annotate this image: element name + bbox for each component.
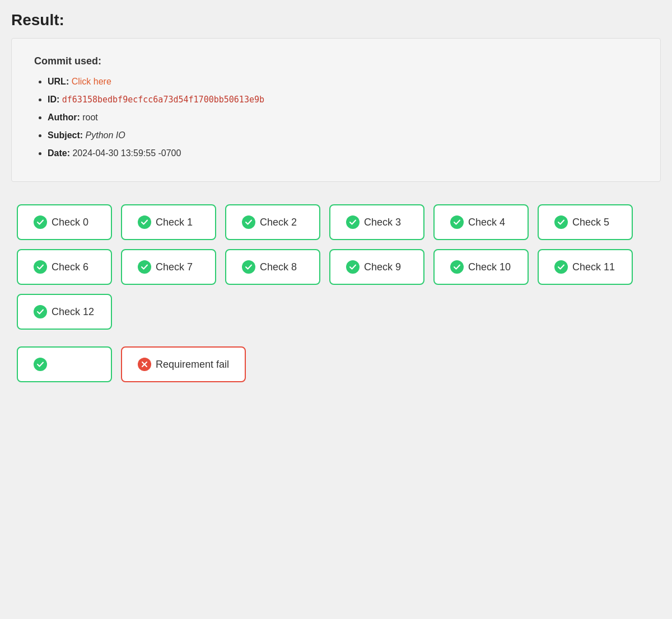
check-icon-2 — [242, 215, 255, 229]
check-btn-3[interactable]: Check 3 — [329, 204, 424, 240]
check-label-0: Check 0 — [52, 217, 88, 228]
page-title: Result: — [11, 11, 661, 29]
check-icon-10 — [450, 260, 464, 274]
commit-id-value: df63158bedbf9ecfcc6a73d54f1700bb50613e9b — [62, 95, 264, 105]
commit-author-item: Author: root — [48, 111, 638, 124]
check-icon-9 — [346, 260, 360, 274]
check-icon-1 — [138, 215, 151, 229]
id-label: ID: — [48, 95, 59, 104]
check-btn-2[interactable]: Check 2 — [225, 204, 320, 240]
check-label-1: Check 1 — [156, 217, 193, 228]
check-btn-0[interactable]: Check 0 — [17, 204, 112, 240]
check-label-2: Check 2 — [260, 217, 297, 228]
result-container: Commit used: URL: Click here ID: df63158… — [11, 38, 661, 182]
check-label-10: Check 10 — [468, 261, 511, 273]
subject-label: Subject: — [48, 130, 83, 140]
checks-grid: Check 0Check 1Check 2Check 3Check 4Check… — [11, 199, 661, 341]
check-btn-9[interactable]: Check 9 — [329, 249, 424, 285]
check-icon-4 — [450, 215, 464, 229]
check-icon-11 — [554, 260, 568, 274]
author-label: Author: — [48, 112, 80, 122]
url-link[interactable]: Click here — [72, 77, 111, 86]
check-label-5: Check 5 — [572, 217, 609, 228]
commit-date-item: Date: 2024-04-30 13:59:55 -0700 — [48, 147, 638, 160]
bottom-row: Requirement fail — [11, 341, 661, 388]
commit-url-item: URL: Click here — [48, 75, 638, 88]
author-value: root — [82, 112, 98, 122]
requirement-fail-btn[interactable]: Requirement fail — [121, 346, 246, 382]
check-label-6: Check 6 — [52, 261, 88, 273]
commit-subject-item: Subject: Python IO — [48, 129, 638, 142]
fail-icon — [138, 358, 151, 371]
date-label: Date: — [48, 148, 70, 158]
commit-list: URL: Click here ID: df63158bedbf9ecfcc6a… — [34, 75, 638, 160]
commit-id-item: ID: df63158bedbf9ecfcc6a73d54f1700bb5061… — [48, 93, 638, 106]
check-btn-7[interactable]: Check 7 — [121, 249, 216, 285]
pass-icon — [34, 358, 47, 371]
check-btn-4[interactable]: Check 4 — [433, 204, 529, 240]
check-icon-5 — [554, 215, 568, 229]
check-icon-3 — [346, 215, 360, 229]
check-btn-10[interactable]: Check 10 — [433, 249, 529, 285]
url-label: URL: — [48, 77, 69, 86]
check-label-8: Check 8 — [260, 261, 297, 273]
check-label-7: Check 7 — [156, 261, 193, 273]
check-label-11: Check 11 — [572, 261, 615, 273]
bottom-check-btn[interactable] — [17, 346, 112, 382]
check-label-4: Check 4 — [468, 217, 505, 228]
date-value: 2024-04-30 13:59:55 -0700 — [72, 148, 181, 158]
check-btn-8[interactable]: Check 8 — [225, 249, 320, 285]
check-label-9: Check 9 — [364, 261, 401, 273]
check-label-3: Check 3 — [364, 217, 401, 228]
check-btn-5[interactable]: Check 5 — [538, 204, 633, 240]
check-btn-12[interactable]: Check 12 — [17, 294, 112, 330]
requirement-fail-label: Requirement fail — [156, 359, 229, 371]
check-icon-0 — [34, 215, 47, 229]
commit-heading: Commit used: — [34, 55, 638, 67]
check-btn-6[interactable]: Check 6 — [17, 249, 112, 285]
check-btn-11[interactable]: Check 11 — [538, 249, 633, 285]
check-icon-7 — [138, 260, 151, 274]
check-icon-8 — [242, 260, 255, 274]
subject-value: Python IO — [86, 130, 125, 140]
check-icon-12 — [34, 305, 47, 318]
check-label-12: Check 12 — [52, 306, 94, 318]
check-btn-1[interactable]: Check 1 — [121, 204, 216, 240]
check-icon-6 — [34, 260, 47, 274]
